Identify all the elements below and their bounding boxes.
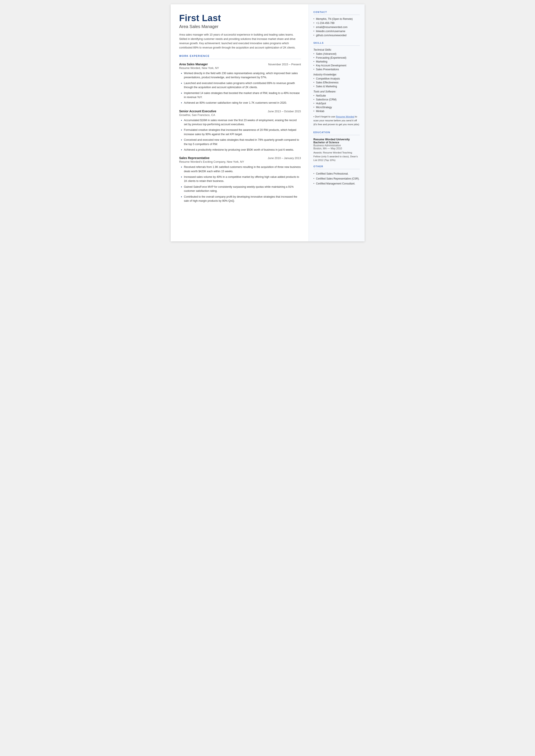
job-header-3: Sales Representative June 2010 – January… bbox=[179, 156, 301, 160]
skill-2-0: NetSuite bbox=[314, 94, 360, 97]
contact-item-2: email@resumeworded.com bbox=[314, 26, 360, 29]
skill-1-0: Competitive Analysis bbox=[314, 77, 360, 80]
skill-1-2: Sales & Marketing bbox=[314, 85, 360, 88]
job-bullets-2: Accumulated $16M in sales revenue over t… bbox=[179, 118, 301, 152]
contact-item-1: +1-234-456-789 bbox=[314, 21, 360, 25]
job-title-3: Sales Representative bbox=[179, 156, 210, 160]
candidate-name: First Last bbox=[179, 13, 301, 23]
contact-divider bbox=[314, 14, 360, 15]
job-title-1: Area Sales Manager bbox=[179, 63, 208, 66]
contact-item-4: github.com/resumeworded bbox=[314, 34, 360, 37]
edu-school-0: Resume Worded University bbox=[314, 138, 360, 141]
skill-0-2: Marketing bbox=[314, 60, 360, 63]
job-header-1: Area Sales Manager November 2015 – Prese… bbox=[179, 63, 301, 66]
contact-list: Memphis, TN (Open to Remote) +1-234-456-… bbox=[314, 17, 360, 37]
bullet-1-2: Launched and executed innovative sales p… bbox=[181, 81, 301, 90]
skill-2-1: Salesforce (CRM) bbox=[314, 98, 360, 101]
contact-item-3: linkedin.com/in/username bbox=[314, 30, 360, 33]
job-title-2: Senior Account Executive bbox=[179, 109, 216, 113]
edu-degree-0: Bachelor of Science bbox=[314, 141, 360, 144]
bullet-1-3: Implemented 14 sales strategies that boo… bbox=[181, 91, 301, 99]
contact-item-0: Memphis, TN (Open to Remote) bbox=[314, 17, 360, 20]
skill-0-3: Key Account Development bbox=[314, 64, 360, 67]
right-column: CONTACT Memphis, TN (Open to Remote) +1-… bbox=[309, 4, 365, 241]
work-experience-label: WORK EXPERIENCE bbox=[179, 55, 301, 58]
contact-label: CONTACT bbox=[314, 11, 360, 14]
other-list: Certified Sales Professional. Certified … bbox=[314, 172, 360, 185]
edu-block-0: Resume Worded University Bachelor of Sci… bbox=[314, 138, 360, 162]
skills-cat-2: Tools and Software: bbox=[314, 90, 360, 93]
job-dates-1: November 2015 – Present bbox=[268, 63, 301, 66]
bullet-2-3: Conceived and executed new sales strateg… bbox=[181, 138, 301, 146]
job-block-2: Senior Account Executive June 2013 – Oct… bbox=[179, 109, 301, 152]
promo-prefix: • Don't forget to use bbox=[314, 115, 336, 118]
skills-divider bbox=[314, 45, 360, 46]
bullet-1-1: Worked directly in the field with 230 sa… bbox=[181, 71, 301, 80]
job-header-2: Senior Account Executive June 2013 – Oct… bbox=[179, 109, 301, 113]
resume-page: First Last Area Sales Manager Area sales… bbox=[171, 4, 365, 241]
bullet-2-1: Accumulated $16M in sales revenue over t… bbox=[181, 118, 301, 127]
promo-link[interactable]: Resume Worded bbox=[336, 115, 354, 118]
promo-text: • Don't forget to use Resume Worded to s… bbox=[314, 115, 360, 126]
bullet-3-1: Received referrals from 1.9K satisfied c… bbox=[181, 165, 301, 174]
skills-list-2: NetSuite Salesforce (CRM) HubSpot MicroS… bbox=[314, 94, 360, 113]
job-company-2: Growthsi, San Francisco, CA bbox=[179, 113, 301, 117]
job-dates-3: June 2010 – January 2013 bbox=[268, 156, 301, 160]
bullet-3-4: Contributed to the overall company profi… bbox=[181, 195, 301, 203]
education-label: EDUCATION bbox=[314, 131, 360, 134]
other-divider bbox=[314, 169, 360, 169]
skill-2-4: Minitab bbox=[314, 110, 360, 113]
job-block-1: Area Sales Manager November 2015 – Prese… bbox=[179, 63, 301, 105]
job-company-1: Resume Worded, New York, NY bbox=[179, 66, 301, 70]
skill-0-0: Sales (Advanced) bbox=[314, 52, 360, 55]
edu-awards-0: Awards: Resume Worded Teaching Fellow (o… bbox=[314, 151, 360, 162]
skills-list-0: Sales (Advanced) Forecasting (Experience… bbox=[314, 52, 360, 71]
bullet-2-4: Achieved a productivity milestone by pro… bbox=[181, 148, 301, 152]
skill-2-3: MicroStrategy bbox=[314, 106, 360, 109]
other-item-2: Certified Management Consultant. bbox=[314, 182, 360, 185]
skills-cat-1: Industry Knowledge: bbox=[314, 73, 360, 76]
name-title-block: First Last Area Sales Manager bbox=[179, 13, 301, 29]
skills-cat-0: Technical Skills: bbox=[314, 48, 360, 51]
other-item-0: Certified Sales Professional. bbox=[314, 172, 360, 176]
bullet-1-4: Achieved an 80% customer satisfaction ra… bbox=[181, 101, 301, 105]
skill-1-1: Sales Effectiveness bbox=[314, 81, 360, 84]
job-bullets-1: Worked directly in the field with 230 sa… bbox=[179, 71, 301, 105]
skill-0-1: Forecasting (Experienced) bbox=[314, 56, 360, 59]
job-dates-2: June 2013 – October 2015 bbox=[268, 110, 301, 113]
job-company-3: Resume Worded's Exciting Company, New Yo… bbox=[179, 160, 301, 163]
job-block-3: Sales Representative June 2010 – January… bbox=[179, 156, 301, 203]
skill-0-4: Sales Presentations bbox=[314, 68, 360, 71]
bullet-3-3: Gained SalesForce MVP for consistently s… bbox=[181, 185, 301, 193]
skills-label: SKILLS bbox=[314, 42, 360, 44]
skill-2-2: HubSpot bbox=[314, 102, 360, 105]
other-item-1: Certified Sales Representative (CSR). bbox=[314, 177, 360, 181]
bullet-3-2: Increased sales volume by 40% in a compe… bbox=[181, 175, 301, 183]
edu-field-0: Business Administration bbox=[314, 144, 360, 147]
summary-text: Area sales manager with 10 years of succ… bbox=[179, 33, 301, 50]
skills-list-1: Competitive Analysis Sales Effectiveness… bbox=[314, 77, 360, 88]
job-bullets-3: Received referrals from 1.9K satisfied c… bbox=[179, 165, 301, 203]
edu-date-0: Boston, MA — May 2010 bbox=[314, 147, 360, 150]
other-label: OTHER bbox=[314, 165, 360, 168]
candidate-job-title: Area Sales Manager bbox=[179, 24, 301, 29]
bullet-2-2: Formulated creative strategies that incr… bbox=[181, 128, 301, 136]
skills-section: Technical Skills: Sales (Advanced) Forec… bbox=[314, 48, 360, 126]
left-column: First Last Area Sales Manager Area sales… bbox=[171, 4, 309, 241]
